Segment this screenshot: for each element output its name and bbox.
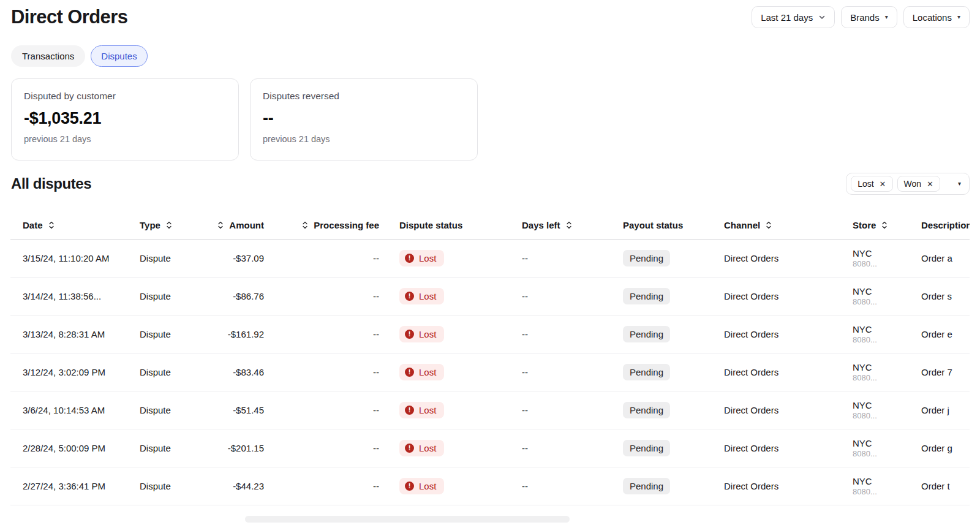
tab-transactions[interactable]: Transactions — [11, 45, 85, 67]
cell-type: Dispute — [140, 329, 217, 339]
filter-chip-lost[interactable]: Lost ✕ — [851, 176, 892, 192]
lost-status-badge: ! Lost — [399, 250, 444, 266]
exclamation-icon: ! — [405, 444, 414, 453]
cell-store: NYC 8080... — [853, 247, 921, 269]
pending-status-badge: Pending — [623, 364, 670, 380]
store-city: NYC — [853, 247, 921, 259]
sort-icon[interactable] — [166, 221, 172, 230]
date-range-label: Last 21 days — [761, 12, 813, 23]
locations-label: Locations — [913, 12, 952, 23]
cell-date: 3/12/24, 3:02:09 PM — [23, 367, 140, 377]
table-row[interactable]: 3/6/24, 10:14:53 AM Dispute -$51.45 -- !… — [10, 391, 970, 429]
column-header-dispute-status: Dispute status — [379, 220, 522, 230]
close-icon[interactable]: ✕ — [880, 180, 886, 188]
store-city: NYC — [853, 475, 921, 487]
table-row[interactable]: 3/15/24, 11:10:20 AM Dispute -$37.09 -- … — [10, 240, 970, 278]
column-label: Date — [23, 220, 43, 230]
summary-cards: Disputed by customer -$1,035.21 previous… — [0, 78, 980, 161]
cell-payout-status: Pending — [623, 326, 724, 342]
horizontal-scrollbar[interactable] — [245, 516, 570, 523]
lost-status-badge: ! Lost — [399, 288, 444, 304]
column-label: Dispute status — [399, 220, 462, 230]
lost-status-label: Lost — [419, 291, 436, 301]
cell-type: Dispute — [140, 405, 217, 415]
cell-amount: -$83.46 — [217, 367, 264, 377]
card-label: Disputed by customer — [24, 91, 226, 102]
column-header-description: Description — [921, 220, 970, 230]
cell-dispute-status: ! Lost — [379, 364, 522, 380]
lost-status-label: Lost — [419, 405, 436, 415]
cell-processing-fee: -- — [264, 291, 379, 301]
cell-amount: -$51.45 — [217, 405, 264, 415]
cell-channel: Direct Orders — [724, 443, 853, 453]
sort-icon[interactable] — [48, 221, 55, 230]
cell-store: NYC 8080... — [853, 323, 921, 345]
column-header-type[interactable]: Type — [140, 220, 217, 230]
column-header-amount[interactable]: Amount — [217, 220, 264, 230]
store-city: NYC — [853, 323, 921, 335]
cell-amount: -$201.15 — [217, 443, 264, 453]
pending-status-badge: Pending — [623, 288, 670, 304]
cell-store: NYC 8080... — [853, 399, 921, 421]
close-icon[interactable]: ✕ — [927, 180, 933, 188]
store-city: NYC — [853, 285, 921, 297]
lost-status-badge: ! Lost — [399, 326, 444, 342]
lost-status-badge: ! Lost — [399, 478, 444, 494]
column-header-date[interactable]: Date — [23, 220, 140, 230]
cell-date: 2/28/24, 5:00:09 PM — [23, 443, 140, 453]
cell-processing-fee: -- — [264, 329, 379, 339]
sort-icon[interactable] — [217, 221, 224, 230]
table-row[interactable]: 3/13/24, 8:28:31 AM Dispute -$161.92 -- … — [10, 315, 970, 353]
table-row[interactable]: 3/14/24, 11:38:56... Dispute -$86.76 -- … — [10, 278, 970, 315]
cell-payout-status: Pending — [623, 478, 724, 494]
dispute-status-filter-select[interactable]: Lost ✕ Won ✕ ▾ — [846, 173, 970, 195]
cell-dispute-status: ! Lost — [379, 326, 522, 342]
column-label: Amount — [229, 220, 264, 230]
pending-status-badge: Pending — [623, 440, 670, 456]
cell-amount: -$37.09 — [217, 253, 264, 263]
column-header-days-left[interactable]: Days left — [522, 220, 623, 230]
locations-filter-button[interactable]: Locations ▾ — [903, 6, 970, 28]
card-value: -$1,035.21 — [24, 109, 226, 128]
column-label: Store — [853, 220, 876, 230]
table-row[interactable]: 2/28/24, 5:00:09 PM Dispute -$201.15 -- … — [10, 429, 970, 467]
caret-down-icon: ▾ — [957, 14, 960, 20]
column-header-payout-status: Payout status — [623, 220, 724, 230]
brands-filter-button[interactable]: Brands ▾ — [841, 6, 897, 28]
card-period: previous 21 days — [263, 134, 465, 144]
caret-down-icon[interactable]: ▾ — [958, 181, 961, 187]
column-header-channel[interactable]: Channel — [724, 220, 853, 230]
table-row[interactable]: 2/27/24, 3:36:41 PM Dispute -$44.23 -- !… — [10, 467, 970, 505]
cell-description: Order e — [921, 329, 970, 339]
cell-description: Order s — [921, 291, 970, 301]
lost-status-label: Lost — [419, 443, 436, 453]
sort-icon[interactable] — [302, 221, 308, 230]
table-row[interactable]: 3/12/24, 3:02:09 PM Dispute -$83.46 -- !… — [10, 353, 970, 391]
exclamation-icon: ! — [405, 406, 414, 415]
pending-status-badge: Pending — [623, 478, 670, 494]
cell-processing-fee: -- — [264, 405, 379, 415]
store-city: NYC — [853, 361, 921, 373]
lost-status-badge: ! Lost — [399, 402, 444, 418]
sort-icon[interactable] — [881, 221, 888, 230]
disputes-table: Date Type Amount Processing fee Dispute … — [10, 211, 970, 505]
lost-status-label: Lost — [419, 329, 436, 339]
cell-days-left: -- — [522, 253, 623, 263]
lost-status-label: Lost — [419, 367, 436, 377]
date-range-filter-button[interactable]: Last 21 days — [752, 6, 835, 28]
card-value: -- — [263, 109, 465, 128]
cell-description: Order g — [921, 443, 970, 453]
cell-type: Dispute — [140, 481, 217, 491]
filter-chip-label: Won — [904, 179, 922, 189]
sort-icon[interactable] — [566, 221, 572, 230]
card-label: Disputes reversed — [263, 91, 465, 102]
column-label: Description — [921, 220, 970, 230]
store-id: 8080... — [853, 411, 921, 421]
column-header-store[interactable]: Store — [853, 220, 921, 230]
column-header-processing-fee[interactable]: Processing fee — [264, 220, 379, 230]
tab-disputes[interactable]: Disputes — [91, 45, 147, 67]
filter-chip-won[interactable]: Won ✕ — [897, 176, 940, 192]
cell-payout-status: Pending — [623, 250, 724, 266]
sort-icon[interactable] — [766, 221, 772, 230]
cell-payout-status: Pending — [623, 288, 724, 304]
